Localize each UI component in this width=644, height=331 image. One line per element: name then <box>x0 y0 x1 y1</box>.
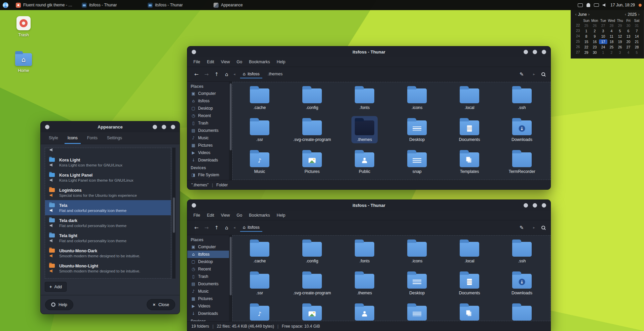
sidebar-item-computer[interactable]: ▣Computer <box>187 243 229 251</box>
edit-path-icon[interactable]: ✎ <box>517 71 527 77</box>
calendar-day[interactable]: 28 <box>607 23 616 28</box>
sidebar-item-desktop[interactable]: ▢Desktop <box>187 258 229 265</box>
file-item-pictures[interactable]: Pictures <box>286 301 338 321</box>
sidebar-item-trash[interactable]: ▯Trash <box>187 119 229 127</box>
file-item-svg-create-program[interactable]: .svg-create-program <box>286 116 338 148</box>
file-item-themes[interactable]: .themes <box>338 116 391 148</box>
file-item-fonts[interactable]: .fonts <box>338 84 391 116</box>
maximize-button[interactable] <box>533 203 537 208</box>
menu-go[interactable]: Go <box>233 213 246 218</box>
file-item-templates[interactable]: Templates <box>443 301 496 321</box>
file-item-public[interactable]: Public <box>338 301 391 321</box>
calendar-day[interactable]: 25 <box>607 45 616 49</box>
calendar-day[interactable]: 18 <box>607 39 616 44</box>
file-item-snap[interactable]: snap <box>391 148 443 180</box>
scrollbar-thumb[interactable] <box>230 83 232 150</box>
file-item-desktop[interactable]: Desktop <box>391 116 443 148</box>
maximize-button[interactable] <box>162 125 166 129</box>
theme-item-ubuntu-mono-dark[interactable]: Ubuntu-Mono-DarkSmooth modern theme desi… <box>45 246 171 261</box>
volume-icon[interactable] <box>603 3 607 7</box>
calendar-day[interactable]: 4 <box>624 50 633 55</box>
calendar-day[interactable]: 1 <box>582 29 591 33</box>
menu-file[interactable]: File <box>190 60 203 64</box>
up-icon[interactable]: ↑ <box>212 225 222 231</box>
taskbar-button-itsfoss-thunar[interactable]: itsfoss - Thunar <box>78 0 144 10</box>
menu-bookmarks[interactable]: Bookmarks <box>245 213 273 218</box>
desktop-icon-home[interactable]: ⌂Home <box>9 53 38 73</box>
calendar-day[interactable]: 27 <box>599 23 607 28</box>
taskbar-button-itsfoss-thunar[interactable]: itsfoss - Thunar <box>144 0 210 10</box>
close-button[interactable] <box>171 125 175 129</box>
calendar-day[interactable]: 19 <box>616 39 624 44</box>
prev-year-icon[interactable]: ‹ <box>623 12 628 17</box>
sidebar-scrollbar[interactable] <box>229 82 232 180</box>
menu-help[interactable]: Help <box>273 213 289 218</box>
up-icon[interactable]: ↑ <box>212 71 222 77</box>
calendar-day[interactable]: 25 <box>582 23 591 28</box>
path-scroll-left-icon[interactable]: ◂ <box>232 225 237 230</box>
menu-edit[interactable]: Edit <box>203 60 218 64</box>
theme-item-kora-light[interactable]: Kora LightKora Light icon theme for GNU/… <box>45 155 171 170</box>
file-item-local[interactable]: .local <box>443 84 496 116</box>
sidebar-item-trash[interactable]: ▯Trash <box>187 273 229 280</box>
calendar-day[interactable]: 5 <box>633 50 641 55</box>
calendar-day[interactable]: 7 <box>633 29 641 33</box>
minimize-button[interactable] <box>524 50 528 54</box>
tab-settings[interactable]: Settings <box>102 132 127 144</box>
file-item-downloads[interactable]: ↓Downloads <box>496 116 548 148</box>
file-view[interactable]: .cache.config.fonts.icons.local.ssh.ssr.… <box>232 235 551 321</box>
maximize-button[interactable] <box>533 50 537 54</box>
file-item-downloads[interactable]: ↓Downloads <box>496 269 548 301</box>
scrollbar-thumb[interactable] <box>173 197 175 233</box>
path-scroll-left-icon[interactable]: ◂ <box>232 72 237 76</box>
file-item-documents[interactable]: Documents <box>443 269 496 301</box>
titlebar[interactable]: itsfoss - Thunar <box>187 46 551 57</box>
breadcrumb-itsfoss[interactable]: ⌂itsfoss <box>239 223 263 232</box>
prev-month-icon[interactable]: ‹ <box>574 12 578 17</box>
theme-item-kora-light-panel[interactable]: Kora Light PanelKora Light Panel icon th… <box>45 170 171 185</box>
calendar-day[interactable]: 21 <box>633 39 641 44</box>
file-item-music[interactable]: ♪Music <box>233 301 286 321</box>
file-item-ssh[interactable]: .ssh <box>496 237 548 269</box>
file-item-music[interactable]: ♪Music <box>233 148 286 180</box>
sidebar-item-pictures[interactable]: ▦Pictures <box>187 142 229 149</box>
calendar-day[interactable]: 23 <box>591 45 599 49</box>
file-item-termrecorder[interactable]: TermRecorder <box>496 301 548 321</box>
file-item-documents[interactable]: Documents <box>443 116 496 148</box>
desktop-icon-trash[interactable]: Trash <box>9 16 38 37</box>
close-button[interactable] <box>542 50 546 54</box>
calendar-day[interactable]: 4 <box>607 29 616 33</box>
sidebar-item-desktop[interactable]: ▢Desktop <box>187 105 229 112</box>
file-item-snap[interactable]: snap <box>391 301 443 321</box>
sidebar-item-music[interactable]: ♪Music <box>187 134 229 142</box>
calendar-day[interactable]: 2 <box>591 29 599 33</box>
breadcrumb-itsfoss[interactable]: ⌂itsfoss <box>239 70 263 79</box>
file-item-svg-create-program[interactable]: .svg-create-program <box>286 269 338 301</box>
taskbar-button-appearance[interactable]: Appearance <box>210 0 276 10</box>
path-scroll-right-icon[interactable]: ▸ <box>531 72 537 76</box>
file-item-templates[interactable]: Templates <box>443 148 496 180</box>
file-view[interactable]: .cache.config.fonts.icons.local.ssh.ssr.… <box>232 82 551 180</box>
search-icon[interactable] <box>541 226 545 229</box>
titlebar[interactable]: Appearance <box>41 121 180 132</box>
close-button[interactable]: × Close <box>147 299 175 310</box>
forward-icon[interactable]: → <box>201 71 212 77</box>
sidebar-item-downloads[interactable]: ↓Downloads <box>187 310 229 317</box>
back-icon[interactable]: ← <box>191 71 201 77</box>
window-menu-button[interactable] <box>192 203 196 208</box>
calendar-day[interactable]: 16 <box>591 39 599 44</box>
calendar-day[interactable]: 24 <box>599 45 607 49</box>
window-menu-button[interactable] <box>45 125 49 129</box>
sidebar-item-itsfoss[interactable]: ⌂itsfoss <box>187 251 229 258</box>
theme-item-tela[interactable]: TelaFlat and colorful personality icon t… <box>45 200 171 215</box>
menu-go[interactable]: Go <box>233 60 246 64</box>
clock[interactable]: 17 Jun, 18:29 <box>610 3 635 7</box>
menu-file[interactable]: File <box>190 213 203 218</box>
sidebar-item-file-system[interactable]: ◨File System <box>187 171 229 179</box>
sidebar-item-videos[interactable]: ▶Videos <box>187 302 229 310</box>
help-button[interactable]: Help <box>45 299 73 310</box>
calendar-day[interactable]: 30 <box>591 50 599 55</box>
sidebar-item-itsfoss[interactable]: ⌂itsfoss <box>187 97 229 105</box>
sidebar-item-computer[interactable]: ▣Computer <box>187 90 229 97</box>
calendar-day[interactable]: 28 <box>633 45 641 49</box>
